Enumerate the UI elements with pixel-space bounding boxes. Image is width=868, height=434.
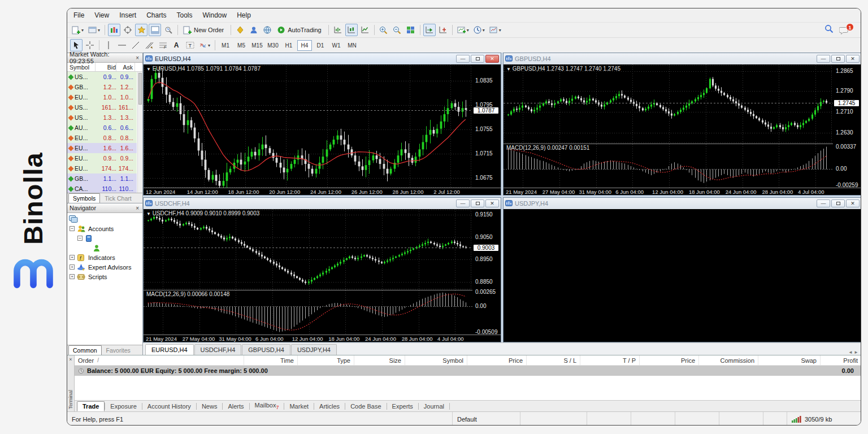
terminal-column-symbol[interactable]: Symbol	[405, 355, 467, 365]
timeframe-w1[interactable]: W1	[329, 40, 344, 51]
market-watch-close-icon[interactable]: ×	[134, 55, 140, 61]
close-button[interactable]: ✕	[485, 199, 499, 207]
market-watch-row[interactable]: US...161...161...	[67, 102, 137, 112]
tab-scroll-arrows[interactable]: ◄ ►	[848, 350, 861, 355]
cursor-button[interactable]	[70, 39, 83, 51]
timeframe-d1[interactable]: D1	[313, 40, 328, 51]
close-button[interactable]: ✕	[846, 55, 860, 63]
timeframe-m1[interactable]: M1	[218, 40, 233, 51]
navigator-tab-common[interactable]: Common	[68, 345, 102, 355]
expand-plus-icon[interactable]: +	[70, 255, 75, 260]
expand-plus-icon[interactable]: +	[70, 274, 75, 279]
terminal-column-price[interactable]: Price	[640, 355, 699, 365]
chart-shift-button[interactable]	[437, 24, 449, 36]
market-watch-row[interactable]: EU...0.8...0.8...	[67, 133, 137, 143]
mql5-button[interactable]	[261, 24, 274, 36]
expand-plus-icon[interactable]: +	[70, 264, 75, 270]
text-button[interactable]: A	[170, 39, 183, 51]
line-chart-button[interactable]	[359, 24, 371, 36]
status-profile[interactable]: Default	[453, 412, 520, 426]
metaeditor-button[interactable]	[234, 24, 246, 36]
market-watch-row[interactable]: EU...0.9...0.9...	[67, 153, 137, 163]
market-watch-row[interactable]: AU...0.6...0.6...	[67, 123, 137, 133]
collapse-minus-icon[interactable]: −	[77, 236, 83, 241]
market-watch-row[interactable]: EU...1.0...1.0...	[67, 92, 137, 102]
arrows-button[interactable]: ▾	[197, 39, 212, 51]
auto-scroll-button[interactable]	[423, 24, 436, 36]
equidistant-channel-button[interactable]	[143, 39, 155, 51]
market-watch-row[interactable]: CA...110...110...	[67, 184, 137, 193]
crosshair-button[interactable]	[84, 39, 96, 51]
navigator-item-accounts[interactable]: −Accounts	[67, 224, 142, 233]
menu-item-tools[interactable]: Tools	[172, 10, 198, 21]
terminal-tab-journal[interactable]: Journal	[419, 402, 449, 411]
minimize-button[interactable]: —	[817, 55, 830, 63]
chart-tab-usdchf-h4[interactable]: USDCHF,H4	[194, 344, 242, 355]
trendline-button[interactable]	[129, 39, 142, 51]
autotrading-button[interactable]: AutoTrading	[275, 24, 326, 36]
terminal-toggle[interactable]	[149, 24, 161, 36]
bars-chart-button[interactable]	[332, 24, 344, 36]
chart-window-titlebar[interactable]: EURUSD,H4—✕	[144, 53, 501, 64]
strategy-tester-toggle[interactable]	[162, 24, 175, 36]
notifications-button[interactable]: 1	[839, 24, 853, 36]
minimize-button[interactable]: —	[456, 55, 470, 63]
navigator-item[interactable]: −	[67, 233, 142, 243]
menu-item-insert[interactable]: Insert	[114, 10, 141, 21]
timeframe-m15[interactable]: M15	[250, 40, 264, 51]
navigator-item-indicators[interactable]: +fIndicators	[67, 253, 142, 262]
navigator-tab-favorites[interactable]: Favorites	[102, 345, 135, 355]
terminal-tab-market[interactable]: Market	[284, 402, 314, 411]
market-watch-row[interactable]: US...0.9...0.9...	[67, 72, 137, 82]
market-watch-scrollbar[interactable]	[137, 72, 142, 193]
indicators-button[interactable]: ▾	[455, 24, 471, 36]
terminal-column-type[interactable]: Type	[298, 355, 354, 365]
navigator-item[interactable]	[67, 243, 142, 253]
terminal-close-icon[interactable]: ×	[67, 357, 74, 362]
terminal-column-sl[interactable]: S / L	[527, 355, 580, 365]
market-watch-column-bid[interactable]: Bid	[96, 63, 116, 71]
collapse-caret-icon[interactable]: ▼	[146, 67, 151, 72]
collapse-minus-icon[interactable]: −	[70, 226, 75, 231]
vertical-line-button[interactable]	[102, 39, 115, 51]
terminal-tab-mailbox[interactable]: Mailbox7	[250, 401, 284, 411]
market-watch-tab-symbols[interactable]: Symbols	[68, 193, 100, 203]
terminal-tab-experts[interactable]: Experts	[387, 402, 418, 411]
new-order-button[interactable]: New Order	[181, 24, 228, 36]
terminal-column-time[interactable]: Time	[244, 355, 298, 365]
fibonacci-button[interactable]: F	[157, 39, 169, 51]
restore-button[interactable]	[831, 55, 845, 63]
chart-tab-gbpusd-h4[interactable]: GBPUSD,H4	[242, 344, 290, 355]
timeframe-mn[interactable]: MN	[345, 40, 359, 51]
chart-window-titlebar[interactable]: USDCHF,H4—✕	[144, 198, 501, 209]
terminal-tab-code-base[interactable]: Code Base	[345, 402, 386, 411]
periods-button[interactable]: ▾	[472, 24, 487, 36]
search-icon[interactable]	[824, 24, 834, 36]
market-watch-row[interactable]: US...1.3...1.3...	[67, 112, 137, 123]
terminal-column-commission[interactable]: Commission	[699, 355, 758, 365]
close-button[interactable]: ✕	[846, 199, 860, 207]
restore-button[interactable]	[471, 55, 484, 63]
navigator-item-scripts[interactable]: +Scripts	[67, 272, 142, 281]
collapse-caret-icon[interactable]: ▼	[146, 211, 151, 216]
terminal-tab-trade[interactable]: Trade	[77, 401, 105, 411]
minimize-button[interactable]: —	[456, 199, 470, 207]
chart-tab-eurusd-h4[interactable]: EURUSD,H4	[145, 344, 194, 355]
chart-tab-usdjpy-h4[interactable]: USDJPY,H4	[291, 344, 337, 355]
text-label-button[interactable]: T	[184, 39, 196, 51]
menu-item-charts[interactable]: Charts	[141, 10, 171, 21]
market-watch-toggle[interactable]	[108, 24, 120, 36]
navigator-close-icon[interactable]: ×	[134, 205, 140, 211]
restore-button[interactable]	[831, 199, 845, 207]
profiles-button[interactable]: ▾	[86, 24, 102, 36]
community-button[interactable]	[248, 24, 260, 36]
templates-button[interactable]: ▾	[488, 24, 503, 36]
market-watch-tab-tick-chart[interactable]: Tick Chart	[100, 193, 136, 203]
restore-button[interactable]	[471, 199, 484, 207]
horizontal-line-button[interactable]	[116, 39, 128, 51]
market-watch-row[interactable]: EU...174...174...	[67, 163, 137, 173]
data-window-toggle[interactable]	[121, 24, 134, 36]
collapse-caret-icon[interactable]: ▼	[506, 67, 511, 72]
menu-item-view[interactable]: View	[89, 10, 114, 21]
menu-item-help[interactable]: Help	[232, 10, 256, 21]
